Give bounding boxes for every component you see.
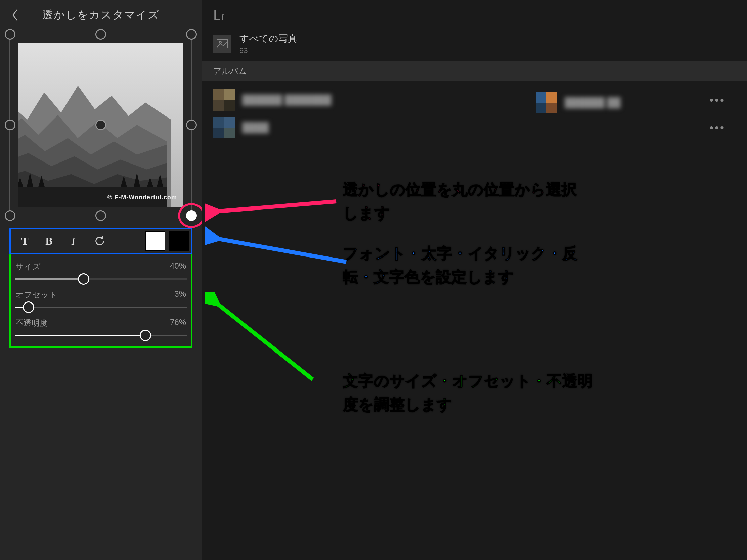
svg-point-15 [219,41,221,43]
album-thumb [536,92,557,113]
all-photos-row[interactable]: すべての写真 93 [202,30,747,61]
position-handle-middle-center[interactable] [95,119,106,130]
annotation-text-blue: フォント・太字・イタリック・反転・文字色を設定します [343,242,585,289]
offset-slider[interactable] [15,302,187,312]
font-button[interactable]: T [13,231,37,251]
annotation-text-red: 透かしの位置を丸の位置から選択します [343,178,585,225]
annotation-arrow-green [205,292,316,386]
album-section-header: アルバム [202,61,747,81]
album-title-blurred: ████ [242,122,269,133]
size-slider-block: サイズ 40% [15,261,187,284]
svg-line-17 [215,202,336,212]
annotation-text-green: 文字のサイズ・オフセット・不透明度を調整します [343,369,598,416]
bold-button[interactable]: B [37,231,61,251]
svg-marker-9 [38,176,45,187]
position-handle-top-left[interactable] [5,29,16,39]
album-title-blurred: ██████ ██ [565,97,620,108]
album-title-blurred: ██████ ███████ [242,95,332,105]
opacity-slider[interactable] [15,330,187,341]
svg-marker-11 [134,172,140,187]
color-swatch-black[interactable] [169,231,189,251]
watermark-position-frame: © E-M-Wonderful.com [9,33,192,216]
svg-marker-12 [147,178,154,187]
rotate-button[interactable] [85,231,114,251]
svg-line-19 [215,238,346,262]
photo-icon [213,34,231,53]
position-handle-middle-left[interactable] [5,119,16,130]
position-handle-middle-right[interactable] [186,119,197,130]
size-slider[interactable] [15,274,187,284]
lightroom-logo: Lr [213,8,225,23]
annotation-arrow-red [205,188,340,228]
svg-rect-14 [217,39,228,48]
svg-marker-13 [157,174,163,187]
offset-value: 3% [174,289,186,300]
position-handle-top-center[interactable] [95,29,106,39]
back-button[interactable] [9,8,22,22]
position-handle-bottom-left[interactable] [5,210,16,221]
all-photos-label: すべての写真 [239,32,297,45]
position-handle-bottom-center[interactable] [95,210,106,221]
offset-slider-block: オフセット 3% [15,289,187,312]
svg-marker-7 [19,178,24,187]
svg-marker-10 [121,176,127,187]
opacity-value: 76% [170,318,186,328]
position-handle-bottom-right[interactable] [186,210,197,221]
album-more-icon[interactable]: ••• [710,121,736,134]
opacity-slider-block: 不透明度 76% [15,318,187,341]
text-style-toolbar: T B I [9,228,192,255]
svg-line-21 [215,302,313,379]
italic-button[interactable]: I [61,231,85,251]
color-swatch-white[interactable] [145,231,165,251]
size-label: サイズ [16,261,41,272]
album-thumb [213,117,235,138]
position-handle-top-right[interactable] [186,29,197,39]
album-thumb [213,89,235,111]
album-row[interactable]: ████ ••• [209,115,740,140]
annotation-arrow-blue [205,221,350,269]
size-value: 40% [170,261,186,272]
all-photos-count: 93 [239,46,297,55]
album-more-icon[interactable]: ••• [710,94,736,107]
opacity-label: 不透明度 [16,318,48,328]
svg-marker-8 [27,172,33,187]
album-row[interactable]: ██████ ██ [532,90,740,115]
watermark-sample-text: © E-M-Wonderful.com [107,194,177,201]
panel-title: 透かしをカスタマイズ [22,8,193,23]
sliders-group: サイズ 40% オフセット 3% 不透明度 76% [9,255,192,348]
offset-label: オフセット [16,289,57,300]
